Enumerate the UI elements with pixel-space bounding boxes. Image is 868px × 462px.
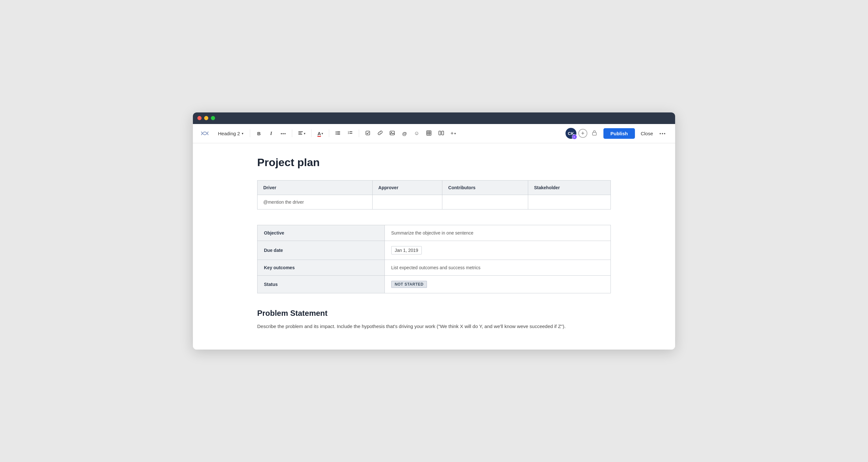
task-button[interactable] [362, 128, 373, 139]
more-options-icon: ••• [659, 131, 666, 136]
info-label-status: Status [257, 275, 385, 293]
minimize-traffic-light[interactable] [204, 116, 208, 120]
info-row-due-date: Due date Jan 1, 2019 [257, 241, 611, 260]
heading-selector-label: Heading 2 [218, 131, 240, 136]
columns-icon [438, 130, 444, 136]
divider-1 [250, 130, 250, 137]
align-icon [298, 130, 303, 136]
confluence-logo[interactable] [199, 128, 210, 139]
svg-rect-22 [442, 131, 444, 135]
divider-4 [329, 130, 329, 137]
heading-selector[interactable]: Heading 2 ▾ [215, 129, 247, 138]
svg-rect-8 [337, 134, 340, 135]
divider-5 [359, 130, 359, 137]
table-button[interactable] [424, 128, 434, 139]
due-date-badge[interactable]: Jan 1, 2019 [391, 246, 422, 255]
svg-rect-4 [337, 131, 340, 132]
app-window: Heading 2 ▾ B I ••• ▾ [193, 112, 675, 350]
mention-icon: @ [402, 131, 407, 136]
italic-button[interactable]: I [266, 128, 277, 139]
text-color-dropdown-arrow: ▾ [321, 132, 323, 135]
link-button[interactable] [374, 128, 385, 139]
svg-rect-10 [349, 131, 352, 132]
heading-dropdown-arrow: ▾ [242, 132, 243, 135]
bold-icon: B [257, 131, 261, 136]
toolbar: Heading 2 ▾ B I ••• ▾ [193, 124, 675, 143]
columns-button[interactable] [436, 128, 446, 139]
image-button[interactable] [387, 128, 398, 139]
svg-point-7 [336, 134, 337, 135]
table-icon [426, 130, 431, 136]
task-icon [365, 130, 370, 136]
page-title[interactable]: Project plan [257, 156, 611, 169]
svg-point-3 [336, 131, 337, 132]
align-dropdown-arrow: ▾ [304, 132, 305, 135]
info-value-due-date[interactable]: Jan 1, 2019 [384, 241, 611, 260]
daci-header-approver: Approver [372, 180, 442, 195]
content-area: Project plan Driver Approver Contributor… [193, 143, 675, 350]
collaborators: CK C + [565, 128, 587, 139]
publish-button[interactable]: Publish [603, 128, 635, 139]
daci-approver-cell[interactable] [372, 195, 442, 209]
table-row: @mention the driver [257, 195, 611, 209]
close-button[interactable]: Close [638, 129, 655, 138]
insert-icon: + [451, 130, 454, 136]
close-traffic-light[interactable] [197, 116, 202, 120]
bullet-list-button[interactable] [333, 128, 343, 139]
svg-rect-0 [298, 131, 303, 132]
more-format-button[interactable]: ••• [278, 128, 289, 139]
daci-stakeholder-cell[interactable] [528, 195, 611, 209]
svg-rect-12 [349, 133, 352, 134]
info-label-objective: Objective [257, 225, 385, 241]
svg-rect-14 [390, 131, 395, 135]
numbered-list-button[interactable]: 1. 2. [345, 128, 355, 139]
text-color-button[interactable]: A ▾ [315, 129, 326, 138]
svg-rect-13 [366, 131, 370, 135]
italic-icon: I [270, 131, 272, 136]
info-label-due-date: Due date [257, 241, 385, 260]
daci-header-contributors: Contributors [442, 180, 528, 195]
mention-button[interactable]: @ [399, 128, 410, 139]
insert-dropdown-arrow: ▾ [454, 132, 456, 135]
svg-rect-6 [337, 133, 340, 133]
text-color-icon: A [317, 131, 321, 136]
emoji-button[interactable]: ☺ [411, 128, 422, 139]
more-format-icon: ••• [281, 131, 286, 136]
svg-rect-1 [298, 133, 302, 133]
info-label-key-outcomes: Key outcomes [257, 260, 385, 275]
bullet-list-icon [335, 130, 340, 136]
status-badge: NOT STARTED [391, 281, 427, 288]
info-row-status: Status NOT STARTED [257, 275, 611, 293]
svg-rect-23 [592, 132, 596, 135]
emoji-icon: ☺ [414, 130, 419, 136]
more-options-button[interactable]: ••• [657, 129, 669, 138]
info-value-key-outcomes[interactable]: List expected outcomes and success metri… [384, 260, 611, 275]
maximize-traffic-light[interactable] [211, 116, 215, 120]
svg-rect-2 [298, 134, 302, 135]
daci-contributors-cell[interactable] [442, 195, 528, 209]
svg-rect-21 [439, 131, 441, 135]
lock-icon[interactable] [591, 130, 598, 137]
daci-driver-cell[interactable]: @mention the driver [257, 195, 373, 209]
problem-statement-heading: Problem Statement [257, 309, 611, 318]
svg-point-5 [336, 132, 337, 133]
title-bar [193, 112, 675, 124]
image-icon [390, 130, 395, 136]
info-row-objective: Objective Summarize the objective in one… [257, 225, 611, 241]
insert-button[interactable]: + ▾ [448, 128, 459, 138]
svg-rect-16 [427, 131, 431, 135]
daci-table: Driver Approver Contributors Stakeholder… [257, 180, 611, 209]
link-icon [377, 130, 383, 136]
problem-statement-text[interactable]: Describe the problem and its impact. Inc… [257, 322, 611, 331]
divider-2 [292, 130, 292, 137]
user-avatar-wrapper: CK C [565, 128, 577, 139]
info-value-status[interactable]: NOT STARTED [384, 275, 611, 293]
bold-button[interactable]: B [253, 128, 264, 139]
info-value-objective[interactable]: Summarize the objective in one sentence [384, 225, 611, 241]
align-button[interactable]: ▾ [296, 129, 308, 138]
numbered-list-icon: 1. 2. [347, 130, 353, 136]
info-row-key-outcomes: Key outcomes List expected outcomes and … [257, 260, 611, 275]
svg-text:2.: 2. [348, 132, 349, 134]
user-sub-avatar: C [572, 134, 577, 139]
add-collaborator-button[interactable]: + [578, 129, 587, 138]
